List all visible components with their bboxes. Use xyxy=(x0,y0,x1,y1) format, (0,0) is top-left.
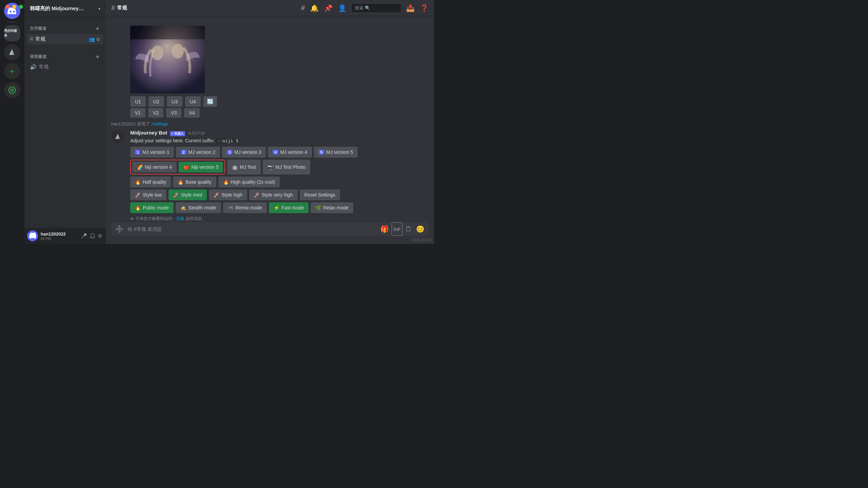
add-attachment-button[interactable]: ➕ xyxy=(114,222,125,236)
sticker-button[interactable]: 🗒 xyxy=(404,222,413,236)
half-quality-button[interactable]: 🔥 Half quality xyxy=(130,177,171,187)
explore-button[interactable] xyxy=(4,82,20,98)
remix-mode-button[interactable]: 🎮 Remix mode xyxy=(223,202,267,213)
fast-mode-icon: ⚡ xyxy=(274,205,279,210)
text-channels-label: 文字频道 xyxy=(30,26,46,32)
mj-version-3-button[interactable]: 3 MJ version 3 xyxy=(222,147,266,158)
quality-buttons-row: 🔥 Half quality 🔥 Base quality 🔥 High qua… xyxy=(130,177,429,187)
mj-version-5-button[interactable]: 5 MJ version 5 xyxy=(314,147,358,158)
style-high-button[interactable]: 🚀 Style high xyxy=(209,189,247,200)
gift-button[interactable]: 🎁 xyxy=(379,222,390,236)
emoji-button[interactable]: 😊 xyxy=(415,222,426,236)
niji-version-4-button[interactable]: 🌈 Niji version 4 xyxy=(132,162,177,172)
server-separator xyxy=(7,22,18,22)
mj-test-photo-button[interactable]: 📷 MJ Test Photo xyxy=(263,160,310,175)
style-med-button[interactable]: 🚀 Style med xyxy=(169,189,207,200)
text-channels-header[interactable]: 文字频道 ＋ xyxy=(27,23,103,34)
voice-channels-header[interactable]: 语音频道 ＋ xyxy=(27,51,103,62)
top-bar: # 常规 # 🔔 📌 👤 搜索 🔍 📥 ❓ xyxy=(106,0,434,16)
message-header: Midjourney Bot 机器人 今天17:19 xyxy=(130,130,429,136)
window-maximize[interactable] xyxy=(19,5,23,9)
relax-mode-button[interactable]: 🌿 Relax mode xyxy=(311,202,353,213)
mj-test-button[interactable]: 🤖 MJ Test xyxy=(227,160,261,175)
channel-item-text-regular[interactable]: # 常规 👥 ⚙ xyxy=(27,34,103,44)
bot-message-content: Midjourney Bot 机器人 今天17:19 Adjust your s… xyxy=(130,130,429,222)
variation-4-button[interactable]: V4 xyxy=(184,108,199,118)
svg-point-5 xyxy=(172,44,184,59)
upscale-3-button[interactable]: U3 xyxy=(167,96,182,107)
top-bar-actions: # 🔔 📌 👤 搜索 🔍 📥 ❓ xyxy=(301,4,429,12)
server-icon-sailboat[interactable] xyxy=(4,44,20,60)
high-quality-icon: 🔥 xyxy=(223,179,229,185)
text-channels-section: 文字频道 ＋ # 常规 👥 ⚙ xyxy=(24,18,106,46)
members-icon[interactable]: 👤 xyxy=(338,4,347,12)
base-quality-button[interactable]: 🔥 Base quality xyxy=(173,177,216,187)
fast-mode-button[interactable]: ⚡ Fast mode xyxy=(269,202,309,213)
suffix-code: --niji 5 xyxy=(216,138,240,143)
mj-version-4-button[interactable]: 4 MJ version 4 xyxy=(268,147,312,158)
window-controls xyxy=(5,5,23,9)
voice-channels-label: 语音频道 xyxy=(30,54,46,60)
window-minimize[interactable] xyxy=(12,5,16,9)
gif-button[interactable]: GIF xyxy=(392,222,402,236)
settings-context-line: han1202022 使用了 /settings xyxy=(106,120,434,128)
inbox-icon[interactable]: 📥 xyxy=(406,4,415,12)
upscale-4-button[interactable]: U4 xyxy=(185,96,201,107)
pin-icon[interactable]: 📌 xyxy=(324,4,333,12)
ignore-link[interactable]: 无视 xyxy=(176,216,184,222)
style-very-high-icon: 🚀 xyxy=(254,192,260,198)
search-bar[interactable]: 搜索 🔍 xyxy=(352,4,401,12)
bot-message-group: Midjourney Bot 机器人 今天17:19 Adjust your s… xyxy=(106,128,434,222)
mj-version-2-button[interactable]: 2 MJ version 2 xyxy=(176,147,220,158)
mic-button[interactable]: 🎤 xyxy=(80,232,87,239)
svg-point-4 xyxy=(151,45,163,60)
mode-buttons-row: 🔥 Public mode 🕵️ Stealth mode 🎮 Remix mo… xyxy=(130,202,429,213)
svg-rect-2 xyxy=(130,26,205,94)
bell-icon[interactable]: 🔔 xyxy=(310,4,319,12)
mj-test-photo-icon: 📷 xyxy=(268,164,273,170)
mj-version-1-button[interactable]: 1 MJ version 1 xyxy=(130,147,174,158)
variation-1-button[interactable]: V1 xyxy=(130,108,145,118)
refresh-button[interactable]: 🔄 xyxy=(203,96,217,107)
add-server-button[interactable]: ＋ xyxy=(4,63,20,79)
variation-3-button[interactable]: V3 xyxy=(166,108,181,118)
variation-2-button[interactable]: V2 xyxy=(148,108,163,118)
user-info: han1202022 #1745 xyxy=(41,231,78,241)
help-icon[interactable]: ❓ xyxy=(420,4,429,12)
members-icon: 👥 xyxy=(89,37,95,42)
visibility-note: 👁 只有您才能看到这些 · 无视 这些消息。 xyxy=(130,216,429,222)
channel-hash-icon: # xyxy=(111,4,115,12)
version-buttons-row: 1 MJ version 1 2 MJ version 2 3 MJ versi… xyxy=(130,147,429,158)
relax-mode-icon: 🌿 xyxy=(315,205,321,210)
message-input[interactable] xyxy=(128,223,376,236)
niji-version-5-button[interactable]: 🍎 Niji version 5 xyxy=(179,162,223,172)
generated-image xyxy=(130,26,205,94)
upscale-1-button[interactable]: U1 xyxy=(130,96,146,107)
add-voice-channel-button[interactable]: ＋ xyxy=(94,53,100,61)
app-wrapper: 亮的M服务 ＋ 韩曙亮的 Midjourney 服... ▾ 文字频道 ＋ xyxy=(0,0,434,244)
stealth-mode-icon: 🕵️ xyxy=(180,205,186,210)
public-mode-button[interactable]: 🔥 Public mode xyxy=(130,202,174,213)
stealth-mode-button[interactable]: 🕵️ Stealth mode xyxy=(176,202,221,213)
server-name-header[interactable]: 韩曙亮的 Midjourney 服... ▾ xyxy=(24,0,106,18)
speaker-icon: 🔊 xyxy=(30,64,37,70)
upscale-2-button[interactable]: U2 xyxy=(149,96,164,107)
add-text-channel-button[interactable]: ＋ xyxy=(94,24,100,33)
window-close[interactable] xyxy=(5,5,9,9)
search-placeholder: 搜索 xyxy=(355,5,363,11)
message-input-wrapper: ➕ 🎁 GIF 🗒 😊 xyxy=(111,222,429,236)
hash-icon: # xyxy=(30,36,33,43)
user-settings-button[interactable]: ⚙ xyxy=(97,232,103,239)
style-very-high-button[interactable]: 🚀 Style very high xyxy=(249,189,298,200)
message-description: Adjust your settings here. Current suffi… xyxy=(130,138,429,144)
messages-area[interactable]: U1 U2 U3 U4 🔄 V1 V2 V3 V4 han12 xyxy=(106,16,434,222)
channel-actions: 👥 ⚙ xyxy=(89,37,100,42)
reset-settings-button[interactable]: Reset Settings xyxy=(300,189,340,200)
settings-command[interactable]: /settings xyxy=(152,121,168,126)
hashtag-icon[interactable]: # xyxy=(301,4,305,12)
headphones-button[interactable]: 🎧 xyxy=(89,232,96,239)
server-icon-midjourney[interactable]: 亮的M服务 xyxy=(4,25,20,41)
channel-item-voice-regular[interactable]: 🔊 常规 xyxy=(27,62,103,72)
high-quality-button[interactable]: 🔥 High quality (2x cost) xyxy=(218,177,280,187)
style-low-button[interactable]: 🚀 Style low xyxy=(130,189,166,200)
